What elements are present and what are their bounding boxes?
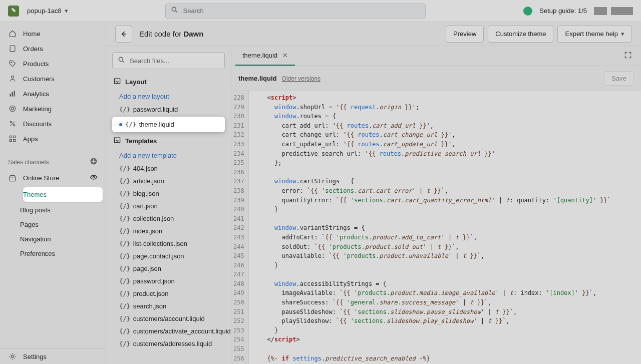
liquid-file-icon: {/} (119, 165, 130, 172)
nav-discounts[interactable]: Discounts (0, 116, 106, 131)
person-icon (8, 75, 17, 83)
file-item[interactable]: {/}customers/addresses.liquid (112, 337, 225, 350)
svg-rect-24 (114, 79, 120, 84)
svg-point-21 (12, 355, 14, 358)
liquid-file-icon: {/} (119, 253, 130, 260)
pin-icon[interactable] (523, 7, 532, 16)
liquid-file-icon: {/} (119, 328, 130, 335)
nav-navigation[interactable]: Navigation (20, 232, 106, 246)
file-item[interactable]: {/}404.json (112, 162, 225, 175)
file-item[interactable]: {/}index.json (112, 225, 225, 237)
avatar[interactable] (594, 7, 607, 15)
home-icon (8, 30, 17, 38)
expand-editor-icon[interactable] (619, 51, 637, 61)
file-item[interactable]: {/}list-collections.json (112, 237, 225, 250)
svg-rect-25 (114, 138, 120, 143)
nav-home[interactable]: Home (0, 26, 106, 41)
file-name: customers/account.liquid (133, 315, 205, 322)
svg-point-11 (14, 125, 15, 126)
svg-rect-16 (14, 140, 16, 142)
file-item[interactable]: {/}password.json (112, 275, 225, 287)
file-item[interactable]: {/}password.liquid (112, 103, 225, 116)
liquid-file-icon: {/} (119, 178, 130, 185)
file-name: index.json (133, 227, 163, 235)
file-name: collection.json (133, 215, 174, 222)
add-channel-icon[interactable] (90, 157, 98, 167)
apps-icon (8, 135, 17, 143)
nav-pages[interactable]: Pages (20, 217, 106, 232)
open-file-name: theme.liquid (238, 75, 277, 82)
search-input[interactable]: Search (165, 4, 426, 19)
file-search-input[interactable]: Search files... (112, 52, 225, 69)
file-item[interactable]: {/}page.contact.json (112, 250, 225, 262)
editor-tab[interactable]: theme.liquid ✕ (235, 46, 295, 66)
svg-rect-13 (10, 136, 12, 138)
nav-apps[interactable]: Apps (0, 131, 106, 146)
file-item[interactable]: {/}theme.liquid (112, 117, 225, 132)
customize-theme-button[interactable]: Customize theme (488, 26, 553, 43)
liquid-file-icon: {/} (119, 278, 130, 285)
svg-rect-5 (10, 94, 11, 97)
liquid-file-icon: {/} (119, 240, 130, 247)
nav-products[interactable]: Products (0, 56, 106, 71)
file-name: search.json (133, 302, 166, 310)
templates-section-toggle[interactable]: Templates (112, 133, 225, 149)
tag-icon (8, 60, 17, 68)
close-tab-icon[interactable]: ✕ (282, 52, 288, 59)
save-button[interactable]: Save (604, 71, 634, 86)
svg-point-3 (11, 62, 12, 63)
setup-guide-link[interactable]: Setup guide: 1/5 (539, 7, 587, 15)
file-item[interactable]: {/}search.json (112, 300, 225, 312)
liquid-file-icon: {/} (119, 340, 130, 347)
svg-point-10 (10, 121, 12, 123)
liquid-file-icon: {/} (119, 106, 130, 113)
nav-preferences[interactable]: Preferences (20, 246, 106, 261)
file-tree: Search files... Layout Add a new layout … (106, 46, 231, 364)
back-button[interactable] (115, 26, 132, 43)
store-name: popup-1ac8 (27, 7, 62, 15)
file-name: 404.json (133, 165, 158, 172)
modified-dot-icon (119, 123, 122, 126)
older-versions-link[interactable]: Older versions (282, 75, 320, 82)
file-name: blog.json (133, 190, 159, 197)
layout-section-toggle[interactable]: Layout (112, 74, 225, 90)
nav-orders[interactable]: Orders (0, 41, 106, 56)
nav-themes[interactable]: Themes (23, 187, 103, 202)
page-title: Edit code for Dawn (139, 30, 439, 38)
nav-online-store[interactable]: Online Store (0, 170, 106, 186)
store-switcher[interactable]: popup-1ac8 ▾ (27, 7, 68, 15)
file-item[interactable]: {/}cart.json (112, 200, 225, 212)
file-name: page.json (133, 265, 161, 272)
file-name: theme.liquid (139, 121, 174, 128)
file-item[interactable]: {/}collection.json (112, 212, 225, 225)
add-new-template-link[interactable]: Add a new template (112, 149, 225, 162)
nav-settings[interactable]: Settings (0, 349, 106, 364)
search-icon (171, 6, 179, 16)
nav-analytics[interactable]: Analytics (0, 86, 106, 101)
file-name: password.liquid (133, 106, 178, 113)
file-item[interactable]: {/}customers/account.liquid (112, 312, 225, 325)
preview-button[interactable]: Preview (446, 26, 484, 43)
add-new-layout-link[interactable]: Add a new layout (112, 90, 225, 103)
account-menu[interactable] (611, 7, 633, 15)
file-item[interactable]: {/}blog.json (112, 187, 225, 200)
file-item[interactable]: {/}customers/activate_account.liquid (112, 325, 225, 337)
file-item[interactable]: {/}page.json (112, 262, 225, 275)
nav-marketing[interactable]: Marketing (0, 101, 106, 116)
nav-customers[interactable]: Customers (0, 71, 106, 86)
file-item[interactable]: {/}article.json (112, 175, 225, 187)
svg-line-1 (176, 11, 177, 13)
svg-point-22 (119, 57, 123, 61)
code-editor[interactable]: 2282292302312322332342352362372382392402… (231, 91, 641, 364)
svg-rect-15 (10, 140, 12, 142)
file-item[interactable]: {/}product.json (112, 287, 225, 300)
svg-point-9 (12, 108, 14, 110)
nav-blog-posts[interactable]: Blog posts (20, 203, 106, 217)
store-icon (8, 174, 17, 182)
expert-theme-help-button[interactable]: Expert theme help▾ (557, 26, 632, 43)
svg-rect-19 (92, 161, 96, 162)
eye-icon[interactable] (90, 173, 98, 183)
svg-point-0 (172, 7, 176, 11)
folder-collapse-icon (113, 77, 121, 87)
svg-line-23 (123, 61, 124, 62)
